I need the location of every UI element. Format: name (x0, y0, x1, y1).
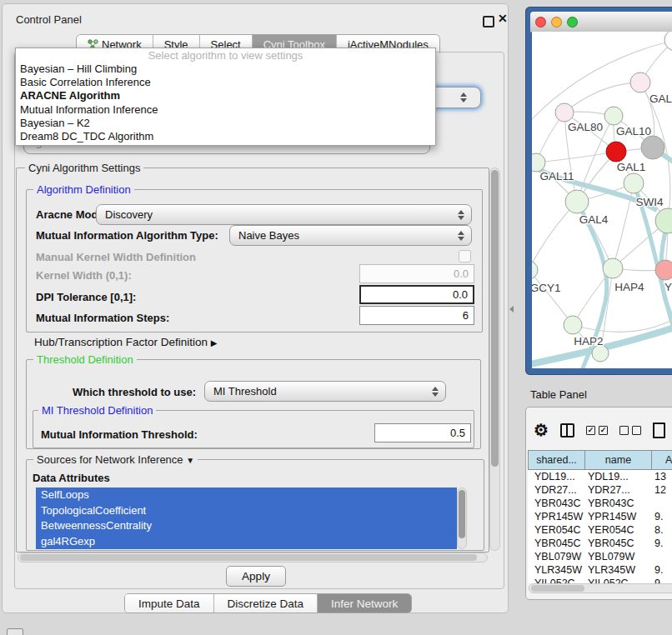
table-cell[interactable]: YDR27... (528, 483, 584, 497)
sources-group-title[interactable]: Sources for Network Inference ▼ (33, 453, 198, 466)
zoom-traffic-light[interactable] (567, 17, 578, 28)
network-node[interactable] (624, 173, 644, 193)
network-node-gal[interactable] (630, 72, 650, 92)
bottom-tab-infer-network[interactable]: Infer Network (318, 594, 411, 612)
settings-vscrollbar-thumb[interactable] (491, 170, 499, 467)
table-cell[interactable]: 13 (651, 470, 672, 483)
bottom-tab-impute-data[interactable]: Impute Data (125, 594, 214, 612)
algorithm-option-basic-correlation-inference[interactable]: Basic Correlation Inference (16, 76, 435, 89)
table-cell[interactable]: YLR345W (528, 563, 584, 577)
network-node-gal1[interactable] (606, 142, 626, 162)
table-cell[interactable] (651, 550, 672, 563)
table-cell[interactable]: YBR045C (584, 537, 651, 550)
panel-divider-collapse-icon[interactable] (509, 306, 514, 312)
table-cell[interactable]: 9. (651, 563, 672, 577)
close-traffic-light[interactable] (535, 17, 546, 28)
network-edge (532, 40, 672, 130)
table-cell[interactable]: 9. (651, 537, 672, 550)
network-node-hap4[interactable] (603, 258, 623, 278)
apply-button[interactable]: Apply (226, 566, 286, 587)
minimize-traffic-light[interactable] (551, 17, 562, 28)
table-cell[interactable]: YDL19... (528, 470, 584, 483)
column-header-name[interactable]: name (584, 450, 651, 470)
network-node-label: GCY1 (532, 282, 560, 294)
table-hscrollbar-thumb[interactable] (531, 585, 584, 592)
attributes-scrollbar-thumb[interactable] (459, 490, 465, 538)
table-row[interactable]: YLR345WYLR345W9. (528, 563, 672, 577)
table-cell[interactable]: YIL052C (528, 577, 584, 583)
algorithm-option-aracne-algorithm[interactable]: ARACNE Algorithm (16, 89, 435, 102)
table-cell[interactable]: 9. (651, 510, 672, 523)
network-node-hap2[interactable] (564, 316, 582, 334)
gear-icon[interactable]: ⚙ (534, 422, 549, 438)
table-cell[interactable]: YLR345W (584, 563, 651, 577)
table-cell[interactable]: YDL19... (584, 470, 651, 483)
algorithm-option-bayesian-k2[interactable]: Bayesian – K2 (16, 117, 435, 130)
table-cell[interactable]: 8. (651, 523, 672, 537)
network-node[interactable] (641, 136, 664, 159)
attribute-item-selfloops[interactable]: SelfLoops (36, 488, 457, 503)
minimized-panel-icon[interactable] (7, 628, 23, 635)
float-window-button[interactable] (483, 16, 494, 28)
table-cell[interactable]: 9 (651, 577, 672, 583)
mi-threshold-field[interactable]: 0.5 (374, 423, 471, 442)
select-all-columns-icon[interactable]: ✓ ✓ (586, 426, 608, 435)
attribute-item-gal4rgexp[interactable]: gal4RGexp (36, 534, 457, 550)
table-cell[interactable]: YER054C (584, 523, 651, 537)
column-header-a[interactable]: A (651, 450, 672, 470)
table-row[interactable]: YBR045CYBR045C9. (528, 537, 672, 550)
table-cell[interactable]: YIL052C (584, 577, 651, 583)
dpi-tolerance-field[interactable]: 0.0 (359, 285, 474, 304)
table-cell[interactable]: YER054C (528, 523, 584, 537)
algorithm-option-mutual-information-inference[interactable]: Mutual Information Inference (16, 103, 435, 117)
attribute-item-betweennesscentrality[interactable]: BetweennessCentrality (36, 518, 457, 534)
network-node-gal80[interactable] (555, 103, 574, 122)
table-row[interactable]: YDL19...YDL19...13 (528, 470, 672, 483)
table-panel-toolbar: ⚙ ✓ ✓ (534, 417, 665, 443)
mi-algorithm-type-combobox[interactable]: Naive Bayes (229, 225, 472, 246)
table-cell[interactable] (651, 497, 672, 510)
algorithm-option-dream8-dc-tdc-algorithm[interactable]: Dream8 DC_TDC Algorithm (16, 130, 435, 143)
network-canvas[interactable]: GALGAL80GAL10GAL1GAL11SWI4GAL4GCY1HAP4YH… (532, 32, 672, 368)
table-row[interactable]: YBL079WYBL079W (528, 550, 672, 563)
table-row[interactable]: YER054CYER054C8. (528, 523, 672, 537)
table-cell[interactable]: YBR043C (584, 497, 651, 510)
deselect-all-columns-icon[interactable] (619, 426, 641, 435)
mi-steps-field[interactable]: 6 (359, 306, 474, 325)
table-cell[interactable]: YBL079W (528, 550, 584, 563)
network-node-gal4[interactable] (565, 190, 589, 213)
hub-definition-expander[interactable]: Hub/Transcription Factor Definition ▶ (34, 336, 218, 348)
bottom-tab-discretize-data[interactable]: Discretize Data (214, 594, 318, 612)
attribute-item-topologicalcoefficient[interactable]: TopologicalCoefficient (36, 503, 457, 519)
table-row[interactable]: YDR27...YDR27...12 (528, 483, 672, 497)
cyni-bottom-tab-bar: Impute DataDiscretize DataInfer Network (124, 593, 412, 613)
show-columns-icon[interactable] (560, 423, 574, 438)
column-header-shared[interactable]: shared... (528, 450, 584, 470)
table-cell[interactable]: YBR043C (528, 497, 584, 510)
settings-hscrollbar-thumb[interactable] (20, 554, 477, 561)
table-row[interactable]: YIL052CYIL052C9 (528, 577, 672, 583)
table-cell[interactable]: YBR045C (528, 537, 584, 550)
close-panel-button[interactable]: ✕ (498, 12, 508, 25)
unchecked-checkbox-icon (632, 426, 641, 435)
aracne-mode-combobox[interactable]: Discovery (96, 204, 472, 225)
network-node-gcy1[interactable] (532, 261, 538, 279)
network-node[interactable] (592, 345, 609, 362)
table-cell[interactable]: YBL079W (584, 550, 651, 563)
manual-kernel-width-label: Manual Kernel Width Definition (36, 251, 196, 263)
network-node-gal10[interactable] (604, 107, 623, 125)
algorithm-option-bayesian-hill-climbing[interactable]: Bayesian – Hill Climbing (16, 62, 435, 76)
which-threshold-combobox[interactable]: MI Threshold (204, 381, 446, 402)
mi-algorithm-type-label: Mutual Information Algorithm Type: (36, 229, 218, 242)
table-cell[interactable]: YDR27... (584, 483, 651, 497)
table-cell[interactable]: YPR145W (528, 510, 584, 523)
table-cell[interactable]: YPR145W (584, 510, 651, 523)
table-cell[interactable]: 12 (651, 483, 672, 497)
export-table-icon[interactable] (653, 422, 665, 438)
settings-horizontal-scrollbar (18, 552, 488, 562)
network-node[interactable] (664, 32, 672, 51)
table-row[interactable]: YBR043CYBR043C (528, 497, 672, 510)
table-panel-title: Table Panel (530, 388, 587, 401)
network-node-y[interactable] (655, 260, 672, 280)
table-row[interactable]: YPR145WYPR145W9. (528, 510, 672, 523)
